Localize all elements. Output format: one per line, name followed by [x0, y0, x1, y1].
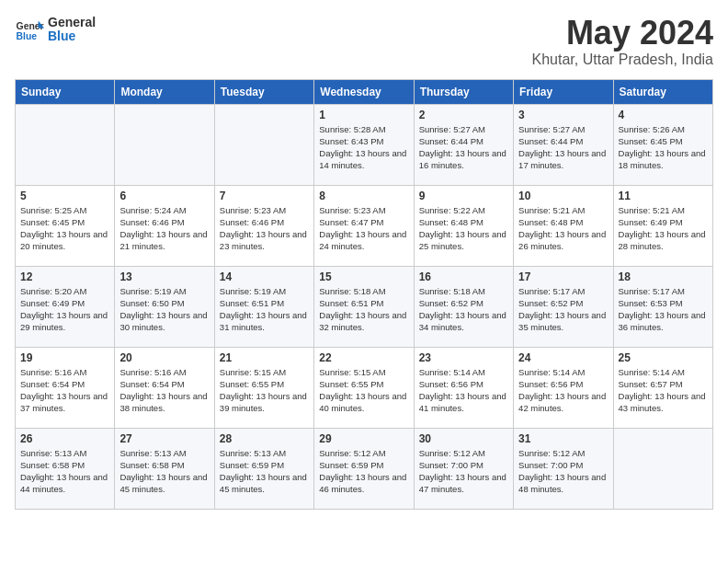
cell-info: Sunrise: 5:28 AMSunset: 6:43 PMDaylight:… — [319, 123, 408, 172]
day-number: 3 — [518, 109, 608, 121]
cell-info: Sunrise: 5:14 AMSunset: 6:56 PMDaylight:… — [419, 366, 508, 415]
day-number: 22 — [319, 351, 408, 364]
month-year-title: May 2024 — [532, 15, 713, 52]
calendar-cell: 27Sunrise: 5:13 AMSunset: 6:58 PMDayligh… — [115, 428, 214, 509]
cell-info: Sunrise: 5:25 AMSunset: 6:45 PMDaylight:… — [20, 204, 109, 253]
cell-info: Sunrise: 5:13 AMSunset: 6:59 PMDaylight:… — [220, 447, 309, 496]
cell-info: Sunrise: 5:23 AMSunset: 6:46 PMDaylight:… — [220, 204, 309, 253]
day-number: 24 — [518, 351, 608, 364]
calendar-cell: 4Sunrise: 5:26 AMSunset: 6:45 PMDaylight… — [613, 104, 712, 185]
cell-info: Sunrise: 5:12 AMSunset: 6:59 PMDaylight:… — [319, 447, 408, 496]
calendar-cell: 21Sunrise: 5:15 AMSunset: 6:55 PMDayligh… — [214, 347, 313, 428]
header-monday: Monday — [115, 79, 214, 104]
calendar-cell: 9Sunrise: 5:22 AMSunset: 6:48 PMDaylight… — [414, 185, 513, 266]
location-subtitle: Khutar, Uttar Pradesh, India — [532, 52, 713, 68]
calendar-cell — [613, 428, 712, 509]
cell-info: Sunrise: 5:27 AMSunset: 6:44 PMDaylight:… — [419, 123, 508, 172]
cell-info: Sunrise: 5:17 AMSunset: 6:52 PMDaylight:… — [518, 285, 608, 334]
week-row-1: 1Sunrise: 5:28 AMSunset: 6:43 PMDaylight… — [16, 104, 713, 185]
logo-icon: General Blue — [15, 15, 44, 44]
cell-info: Sunrise: 5:14 AMSunset: 6:57 PMDaylight:… — [619, 366, 708, 415]
day-number: 16 — [419, 270, 508, 283]
cell-info: Sunrise: 5:12 AMSunset: 7:00 PMDaylight:… — [518, 447, 608, 496]
week-row-3: 12Sunrise: 5:20 AMSunset: 6:49 PMDayligh… — [16, 266, 713, 347]
cell-info: Sunrise: 5:26 AMSunset: 6:45 PMDaylight:… — [619, 123, 708, 172]
week-row-2: 5Sunrise: 5:25 AMSunset: 6:45 PMDaylight… — [16, 185, 713, 266]
calendar-header-row: SundayMondayTuesdayWednesdayThursdayFrid… — [16, 79, 713, 104]
day-number: 26 — [20, 432, 109, 445]
day-number: 29 — [319, 432, 408, 445]
day-number: 6 — [119, 190, 209, 202]
cell-info: Sunrise: 5:24 AMSunset: 6:46 PMDaylight:… — [119, 204, 209, 253]
calendar-cell: 29Sunrise: 5:12 AMSunset: 6:59 PMDayligh… — [314, 428, 414, 509]
day-number: 25 — [619, 351, 708, 364]
title-block: May 2024 Khutar, Uttar Pradesh, India — [532, 15, 713, 68]
day-number: 19 — [20, 351, 109, 364]
cell-info: Sunrise: 5:16 AMSunset: 6:54 PMDaylight:… — [20, 366, 109, 415]
cell-info: Sunrise: 5:19 AMSunset: 6:51 PMDaylight:… — [220, 285, 309, 334]
calendar-cell: 14Sunrise: 5:19 AMSunset: 6:51 PMDayligh… — [214, 266, 313, 347]
cell-info: Sunrise: 5:16 AMSunset: 6:54 PMDaylight:… — [119, 366, 209, 415]
calendar-cell — [115, 104, 214, 185]
calendar-cell: 16Sunrise: 5:18 AMSunset: 6:52 PMDayligh… — [414, 266, 513, 347]
cell-info: Sunrise: 5:18 AMSunset: 6:51 PMDaylight:… — [319, 285, 408, 334]
calendar-cell: 3Sunrise: 5:27 AMSunset: 6:44 PMDaylight… — [514, 104, 613, 185]
cell-info: Sunrise: 5:14 AMSunset: 6:56 PMDaylight:… — [518, 366, 608, 415]
day-number: 12 — [20, 270, 109, 283]
day-number: 21 — [220, 351, 309, 364]
day-number: 7 — [220, 190, 309, 202]
cell-info: Sunrise: 5:12 AMSunset: 7:00 PMDaylight:… — [419, 447, 508, 496]
day-number: 23 — [419, 351, 508, 364]
calendar-cell: 8Sunrise: 5:23 AMSunset: 6:47 PMDaylight… — [314, 185, 414, 266]
day-number: 8 — [319, 190, 408, 202]
cell-info: Sunrise: 5:22 AMSunset: 6:48 PMDaylight:… — [419, 204, 508, 253]
day-number: 13 — [119, 270, 209, 283]
cell-info: Sunrise: 5:15 AMSunset: 6:55 PMDaylight:… — [319, 366, 408, 415]
logo: General Blue General Blue — [15, 15, 96, 44]
calendar-cell: 30Sunrise: 5:12 AMSunset: 7:00 PMDayligh… — [414, 428, 513, 509]
logo-text-blue: Blue — [48, 29, 96, 43]
day-number: 14 — [220, 270, 309, 283]
calendar-cell: 5Sunrise: 5:25 AMSunset: 6:45 PMDaylight… — [16, 185, 115, 266]
cell-info: Sunrise: 5:21 AMSunset: 6:49 PMDaylight:… — [619, 204, 708, 253]
header-thursday: Thursday — [414, 79, 513, 104]
logo-text-general: General — [48, 16, 96, 29]
calendar-cell: 26Sunrise: 5:13 AMSunset: 6:58 PMDayligh… — [16, 428, 115, 509]
week-row-5: 26Sunrise: 5:13 AMSunset: 6:58 PMDayligh… — [16, 428, 713, 509]
week-row-4: 19Sunrise: 5:16 AMSunset: 6:54 PMDayligh… — [16, 347, 713, 428]
calendar-cell: 18Sunrise: 5:17 AMSunset: 6:53 PMDayligh… — [613, 266, 712, 347]
header-wednesday: Wednesday — [314, 79, 414, 104]
cell-info: Sunrise: 5:15 AMSunset: 6:55 PMDaylight:… — [220, 366, 309, 415]
day-number: 2 — [419, 109, 508, 121]
calendar-cell: 6Sunrise: 5:24 AMSunset: 6:46 PMDaylight… — [115, 185, 214, 266]
calendar-cell: 23Sunrise: 5:14 AMSunset: 6:56 PMDayligh… — [414, 347, 513, 428]
day-number: 31 — [518, 432, 608, 445]
cell-info: Sunrise: 5:18 AMSunset: 6:52 PMDaylight:… — [419, 285, 508, 334]
calendar-cell: 24Sunrise: 5:14 AMSunset: 6:56 PMDayligh… — [514, 347, 613, 428]
header-tuesday: Tuesday — [214, 79, 313, 104]
calendar-cell: 25Sunrise: 5:14 AMSunset: 6:57 PMDayligh… — [613, 347, 712, 428]
cell-info: Sunrise: 5:27 AMSunset: 6:44 PMDaylight:… — [518, 123, 608, 172]
day-number: 1 — [319, 109, 408, 121]
calendar-cell — [214, 104, 313, 185]
calendar-cell: 13Sunrise: 5:19 AMSunset: 6:50 PMDayligh… — [115, 266, 214, 347]
cell-info: Sunrise: 5:13 AMSunset: 6:58 PMDaylight:… — [119, 447, 209, 496]
day-number: 9 — [419, 190, 508, 202]
day-number: 20 — [119, 351, 209, 364]
day-number: 18 — [619, 270, 708, 283]
calendar-cell: 1Sunrise: 5:28 AMSunset: 6:43 PMDaylight… — [314, 104, 414, 185]
cell-info: Sunrise: 5:13 AMSunset: 6:58 PMDaylight:… — [20, 447, 109, 496]
header-saturday: Saturday — [613, 79, 712, 104]
header-friday: Friday — [514, 79, 613, 104]
day-number: 5 — [20, 190, 109, 202]
day-number: 28 — [220, 432, 309, 445]
day-number: 17 — [518, 270, 608, 283]
calendar-cell: 7Sunrise: 5:23 AMSunset: 6:46 PMDaylight… — [214, 185, 313, 266]
calendar-cell: 20Sunrise: 5:16 AMSunset: 6:54 PMDayligh… — [115, 347, 214, 428]
day-number: 11 — [619, 190, 708, 202]
header-sunday: Sunday — [16, 79, 115, 104]
cell-info: Sunrise: 5:21 AMSunset: 6:48 PMDaylight:… — [518, 204, 608, 253]
calendar-cell: 15Sunrise: 5:18 AMSunset: 6:51 PMDayligh… — [314, 266, 414, 347]
day-number: 30 — [419, 432, 508, 445]
svg-text:Blue: Blue — [17, 31, 38, 41]
